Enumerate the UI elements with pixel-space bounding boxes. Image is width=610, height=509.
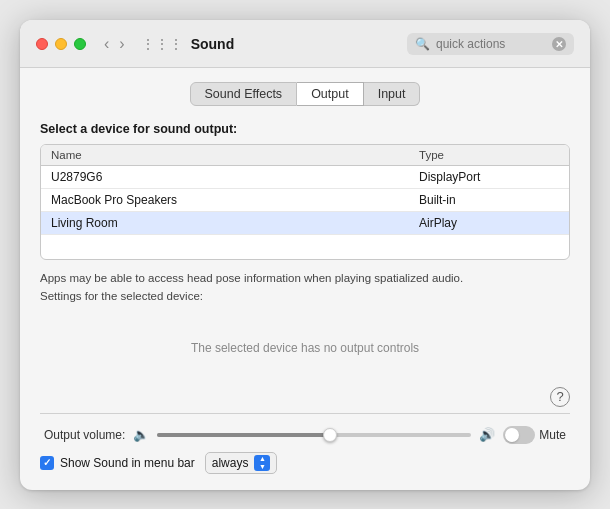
- table-row[interactable]: MacBook Pro Speakers Built-in: [41, 189, 569, 212]
- show-sound-checkbox[interactable]: ✓: [40, 456, 54, 470]
- no-controls-message: The selected device has no output contro…: [40, 310, 570, 387]
- device-table: Name Type U2879G6 DisplayPort MacBook Pr…: [40, 144, 570, 260]
- volume-low-icon: 🔈: [133, 427, 149, 442]
- middle-content: Select a device for sound output: Name T…: [40, 122, 570, 413]
- device-name: Living Room: [51, 216, 419, 230]
- search-area[interactable]: 🔍 ✕: [407, 33, 574, 55]
- device-type: Built-in: [419, 193, 559, 207]
- dropdown-value: always: [212, 456, 249, 470]
- volume-high-icon: 🔊: [479, 427, 495, 442]
- forward-button[interactable]: ›: [115, 34, 128, 54]
- volume-row: Output volume: 🔈 🔊 Mute: [40, 426, 570, 444]
- main-window: ‹ › ⋮⋮⋮ Sound 🔍 ✕ Sound Effects Output I…: [20, 20, 590, 490]
- window-title: Sound: [191, 36, 235, 52]
- tab-input[interactable]: Input: [364, 82, 421, 106]
- grid-icon: ⋮⋮⋮: [141, 36, 183, 52]
- table-row-selected[interactable]: Living Room AirPlay: [41, 212, 569, 235]
- dropdown-arrow-icon: ▲ ▼: [254, 455, 270, 471]
- search-icon: 🔍: [415, 37, 430, 51]
- mute-toggle[interactable]: [503, 426, 535, 444]
- output-volume-label: Output volume:: [44, 428, 125, 442]
- device-type: DisplayPort: [419, 170, 559, 184]
- table-header: Name Type: [41, 145, 569, 166]
- mute-row: Mute: [503, 426, 566, 444]
- tab-sound-effects[interactable]: Sound Effects: [190, 82, 298, 106]
- show-sound-row: ✓ Show Sound in menu bar always ▲ ▼: [40, 452, 570, 474]
- table-row[interactable]: U2879G6 DisplayPort: [41, 166, 569, 189]
- device-type-empty: [419, 239, 559, 255]
- show-sound-dropdown[interactable]: always ▲ ▼: [205, 452, 278, 474]
- close-button[interactable]: [36, 38, 48, 50]
- device-name: U2879G6: [51, 170, 419, 184]
- output-volume-slider[interactable]: [157, 433, 471, 437]
- traffic-lights: [36, 38, 86, 50]
- device-type: AirPlay: [419, 216, 559, 230]
- fullscreen-button[interactable]: [74, 38, 86, 50]
- section-title: Select a device for sound output:: [40, 122, 570, 136]
- settings-for-device-label: Settings for the selected device:: [40, 290, 570, 302]
- device-name: MacBook Pro Speakers: [51, 193, 419, 207]
- col-header-name: Name: [51, 149, 419, 161]
- content-area: Sound Effects Output Input Select a devi…: [20, 68, 590, 490]
- back-button[interactable]: ‹: [100, 34, 113, 54]
- bottom-section: Output volume: 🔈 🔊 Mute ✓ Show Sound in …: [40, 413, 570, 474]
- minimize-button[interactable]: [55, 38, 67, 50]
- mute-toggle-knob: [505, 428, 519, 442]
- slider-fill: [157, 433, 330, 437]
- device-name-empty: [51, 239, 419, 255]
- col-header-type: Type: [419, 149, 559, 161]
- nav-buttons: ‹ ›: [100, 34, 129, 54]
- help-area: ?: [40, 387, 570, 407]
- tab-output[interactable]: Output: [297, 82, 364, 106]
- titlebar: ‹ › ⋮⋮⋮ Sound 🔍 ✕: [20, 20, 590, 68]
- show-sound-label: Show Sound in menu bar: [60, 456, 195, 470]
- slider-thumb: [323, 428, 337, 442]
- tabs-row: Sound Effects Output Input: [40, 82, 570, 106]
- mute-label: Mute: [539, 428, 566, 442]
- search-clear-button[interactable]: ✕: [552, 37, 566, 51]
- search-input[interactable]: [436, 37, 546, 51]
- table-row-empty[interactable]: [41, 235, 569, 259]
- help-button[interactable]: ?: [550, 387, 570, 407]
- spatialized-audio-info: Apps may be able to access head pose inf…: [40, 270, 570, 286]
